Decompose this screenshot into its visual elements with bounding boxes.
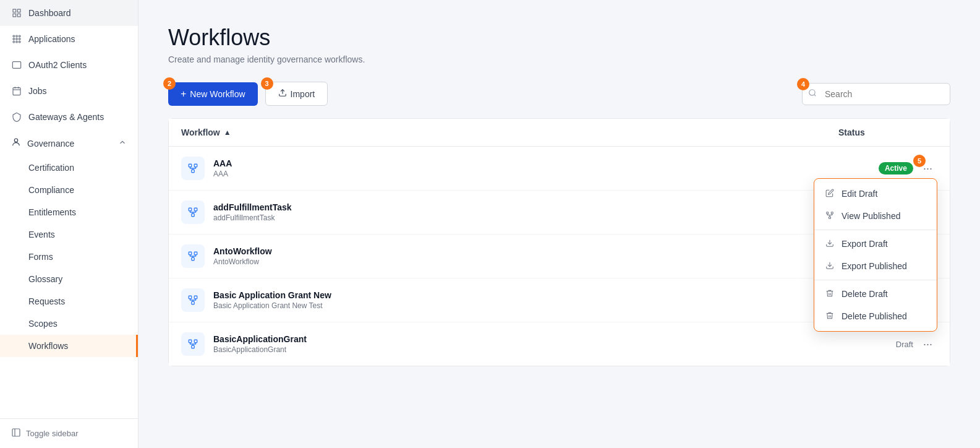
sidebar-item-applications[interactable]: Applications (0, 26, 138, 52)
menu-divider-1 (814, 230, 937, 230)
more-menu-container: 5 ··· Edit Draft (918, 160, 937, 178)
sidebar: Dashboard Applications OAuth2 Clients Jo… (0, 0, 138, 448)
svg-rect-40 (192, 257, 195, 261)
sidebar-item-label: Jobs (28, 86, 47, 96)
workflow-icon (181, 244, 205, 268)
toggle-sidebar-label: Toggle sidebar (26, 429, 79, 438)
workflow-name: BasicApplicationGrant (213, 334, 900, 344)
toggle-sidebar-button[interactable]: Toggle sidebar (0, 418, 138, 448)
badge-menu: 5 (913, 155, 926, 167)
svg-rect-24 (189, 164, 192, 167)
sidebar-toggle-icon (11, 428, 21, 439)
sidebar-item-gateways[interactable]: Gateways & Agents (0, 104, 138, 130)
svg-point-9 (19, 38, 20, 40)
sidebar-item-dashboard[interactable]: Dashboard (0, 0, 138, 26)
badge-new-workflow: 2 (163, 77, 176, 90)
svg-rect-44 (192, 301, 195, 304)
col-workflow[interactable]: Workflow ▲ (181, 127, 838, 137)
row-info: AntoWorkflow AntoWorkflow (213, 246, 900, 266)
sidebar-item-label: Gateways & Agents (28, 112, 104, 122)
badge-search: 4 (797, 78, 809, 90)
sort-icon: ▲ (224, 128, 231, 137)
svg-point-8 (16, 38, 18, 40)
svg-rect-47 (194, 340, 197, 343)
grid-small-icon (11, 33, 22, 45)
sidebar-sub-forms[interactable]: Forms (0, 246, 138, 268)
table-row[interactable]: AAA AAA Active 5 ··· Edit Draft (169, 147, 950, 191)
workflow-icon (181, 200, 205, 224)
status-badge-draft: Draft (896, 340, 913, 349)
badge-import: 3 (261, 77, 273, 90)
sidebar-item-label: Applications (28, 34, 75, 44)
svg-rect-42 (189, 296, 192, 299)
sidebar-item-label: Dashboard (28, 8, 71, 18)
menu-view-published[interactable]: View Published (814, 205, 937, 227)
svg-rect-48 (192, 345, 195, 348)
svg-rect-3 (17, 14, 20, 17)
workflow-icon (181, 157, 205, 180)
svg-rect-0 (13, 9, 16, 12)
svg-rect-46 (189, 340, 192, 343)
sidebar-sub-requests[interactable]: Requests (0, 290, 138, 312)
svg-point-7 (13, 38, 15, 40)
menu-export-draft[interactable]: Export Draft (814, 233, 937, 255)
new-workflow-label: New Workflow (190, 89, 245, 99)
row-info: addFulfillmentTask addFulfillmentTask (213, 202, 900, 222)
menu-export-published[interactable]: Export Published (814, 255, 937, 277)
workflow-icon (181, 288, 205, 312)
more-button[interactable]: ··· (918, 335, 937, 353)
svg-rect-19 (12, 429, 20, 436)
svg-rect-26 (192, 170, 195, 173)
svg-rect-38 (189, 252, 192, 255)
menu-delete-published[interactable]: Delete Published (814, 305, 937, 327)
workflow-name: Basic Application Grant New (213, 290, 900, 300)
svg-point-4 (13, 35, 15, 37)
toolbar: 2 + New Workflow 3 Import 4 (168, 82, 950, 106)
svg-point-18 (14, 139, 17, 142)
status-badge: Active (879, 162, 913, 174)
svg-rect-39 (194, 252, 197, 255)
menu-edit-draft[interactable]: Edit Draft (814, 183, 937, 205)
sidebar-sub-glossary[interactable]: Glossary (0, 268, 138, 290)
row-actions: Draft ··· (900, 335, 937, 353)
svg-rect-1 (17, 9, 20, 12)
svg-rect-13 (12, 62, 20, 69)
svg-rect-36 (192, 213, 195, 217)
sidebar-item-oauth2[interactable]: OAuth2 Clients (0, 52, 138, 78)
workflow-icon (181, 332, 205, 356)
row-info: AAA AAA (213, 158, 900, 178)
workflow-icon (825, 211, 835, 221)
svg-rect-28 (827, 212, 829, 213)
row-actions: Active 5 ··· Edit Draft (900, 160, 937, 178)
svg-rect-2 (13, 14, 16, 17)
calendar-icon (11, 85, 22, 97)
table-header: Workflow ▲ Status (169, 119, 950, 147)
search-container: 4 (802, 83, 950, 105)
import-button[interactable]: 3 Import (265, 82, 328, 106)
grid-icon (11, 7, 22, 19)
menu-delete-draft[interactable]: Delete Draft (814, 283, 937, 305)
sidebar-item-label: OAuth2 Clients (28, 60, 87, 70)
sidebar-sub-workflows[interactable]: Workflows (0, 335, 138, 357)
sidebar-section-governance[interactable]: Governance (0, 130, 138, 157)
new-workflow-button[interactable]: 2 + New Workflow (168, 82, 258, 106)
import-label: Import (291, 89, 315, 99)
workflow-desc: addFulfillmentTask (213, 213, 900, 222)
search-input[interactable] (802, 83, 950, 105)
sidebar-sub-certification[interactable]: Certification (0, 157, 138, 179)
svg-rect-43 (194, 296, 197, 299)
col-status: Status (838, 127, 937, 137)
sidebar-sub-compliance[interactable]: Compliance (0, 179, 138, 201)
workflow-name: AAA (213, 158, 900, 168)
sidebar-sub-events[interactable]: Events (0, 223, 138, 246)
row-info: BasicApplicationGrant BasicApplicationGr… (213, 334, 900, 354)
svg-rect-14 (13, 88, 20, 95)
sidebar-sub-entitlements[interactable]: Entitlements (0, 201, 138, 223)
svg-rect-30 (829, 217, 831, 218)
sidebar-item-jobs[interactable]: Jobs (0, 78, 138, 104)
row-info: Basic Application Grant New Basic Applic… (213, 290, 900, 310)
governance-label: Governance (27, 139, 74, 149)
sidebar-sub-scopes[interactable]: Scopes (0, 312, 138, 335)
search-icon (808, 88, 817, 100)
workflow-desc: AntoWorkflow (213, 257, 900, 266)
